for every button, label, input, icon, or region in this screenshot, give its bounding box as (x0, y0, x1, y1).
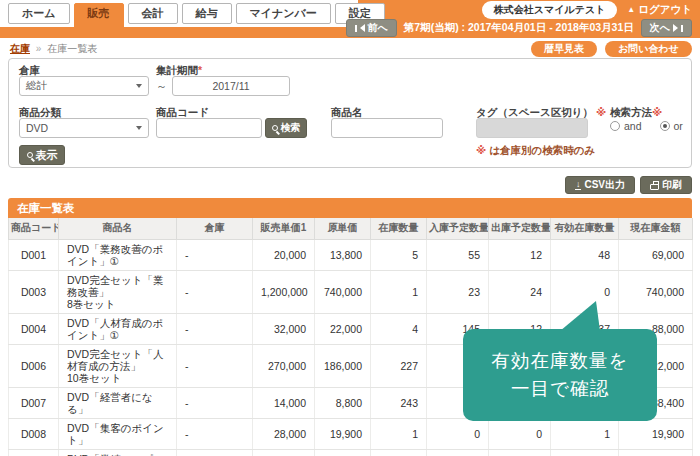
table-row: D001DVD「業務改善のポイント」①-20,00013,80055512486… (9, 239, 693, 270)
callout-line2: 一目で確認 (511, 378, 609, 400)
incoming-qty-cell: 23 (427, 270, 489, 313)
outgoing-qty-cell: 0 (489, 449, 551, 456)
product-name-cell: DVD「経営者になる」 (59, 387, 177, 418)
warehouse-cell: - (177, 239, 253, 270)
cost-price-cell: 22,000 (315, 313, 371, 344)
col-header-stock-qty: 在庫数量 (371, 218, 427, 239)
stock-value-cell: 0 (619, 449, 693, 456)
product-code-input[interactable] (156, 118, 262, 138)
unit-price-cell: 48,000 (253, 449, 315, 456)
warehouse-cell: - (177, 313, 253, 344)
radio-circle-icon (610, 121, 620, 131)
incoming-qty-cell: 0 (427, 449, 489, 456)
breadcrumb-current: 在庫一覧表 (47, 43, 97, 54)
product-code-cell: D009 (9, 449, 59, 456)
product-name-cell: DVD完全セット「人材育成の方法」10巻セット (59, 344, 177, 387)
product-name-cell: DVD「業務改善のポイント」① (59, 239, 177, 270)
table-row: D008DVD「集客のポイント」-28,00019,900100119,900 (9, 418, 693, 449)
product-code-cell: D007 (9, 387, 59, 418)
csv-export-button[interactable]: ↓CSV出力 (565, 176, 635, 194)
code-search-button[interactable]: 検索 (265, 118, 307, 138)
product-code-cell: D006 (9, 344, 59, 387)
tilde-separator: ～ (156, 79, 167, 94)
warehouse-cell: - (177, 270, 253, 313)
unit-price-cell: 32,000 (253, 313, 315, 344)
radio-circle-icon (660, 121, 670, 131)
tab-mynumber[interactable]: マイナンバー (236, 3, 331, 24)
filter-panel: 倉庫 総計 集計期間* ～ 商品分類 DVD 商品コード 検索 商品名 タグ（ス… (8, 58, 692, 168)
stock-qty-cell: 0 (371, 449, 427, 456)
cost-price-cell: 8,800 (315, 387, 371, 418)
breadcrumb-parent-link[interactable]: 在庫 (10, 43, 30, 54)
tab-payroll[interactable]: 給与 (182, 3, 232, 24)
col-header-incoming-qty: 入庫予定数量 (427, 218, 489, 239)
col-header-warehouse: 倉庫 (177, 218, 253, 239)
search-icon (272, 125, 278, 131)
product-name-cell: DVD「人材育成のポイント」① (59, 313, 177, 344)
effective-qty-cell: 48 (551, 239, 619, 270)
product-code-cell: D003 (9, 270, 59, 313)
tab-home[interactable]: ホーム (8, 3, 70, 24)
effective-stock-callout: 有効在庫数量を 一目で確認 (463, 329, 657, 421)
effective-qty-cell: 1 (551, 418, 619, 449)
stock-qty-cell: 243 (371, 387, 427, 418)
stock-qty-cell: 227 (371, 344, 427, 387)
product-name-cell: DVD「集客のポイント」 (59, 418, 177, 449)
search-method-label: 検索方法※ (610, 106, 662, 120)
cost-price-cell: 740,000 (315, 270, 371, 313)
main-nav-tabs: ホーム販売会計給与マイナンバー設定 (0, 0, 358, 27)
incoming-qty-cell: 55 (427, 239, 489, 270)
logout-triangle-icon: ▲ (627, 6, 635, 14)
category-select[interactable]: DVD (19, 118, 149, 138)
printer-icon (650, 184, 659, 190)
warehouse-cell: - (177, 449, 253, 456)
fiscal-period-label: 第7期(当期) : 2017年04月01日 - 2018年03月31日 (404, 21, 634, 35)
stock-value-cell: 740,000 (619, 270, 693, 313)
stock-qty-cell: 1 (371, 418, 427, 449)
breadcrumb: 在庫 » 在庫一覧表 (10, 42, 97, 56)
product-name-cell: DVD完全セット「業務改善」8巻セット (59, 270, 177, 313)
outgoing-qty-cell: 24 (489, 270, 551, 313)
col-header-product-code: 商品コード (9, 218, 59, 239)
required-asterisk: * (198, 64, 202, 76)
col-header-stock-value: 現在庫金額 (619, 218, 693, 239)
chevron-down-icon (136, 126, 142, 130)
tab-accounting[interactable]: 会計 (128, 3, 178, 24)
warehouse-cell: - (177, 387, 253, 418)
next-period-button[interactable]: 次へ (641, 19, 692, 37)
table-title: 在庫一覧表 (8, 198, 692, 218)
period-input[interactable] (172, 76, 290, 96)
logout-button[interactable]: ▲ログアウト (627, 3, 692, 17)
cheatsheet-button[interactable]: 暦早見表 (531, 41, 597, 57)
unit-price-cell: 270,000 (253, 344, 315, 387)
tab-sales[interactable]: 販売 (74, 3, 124, 28)
tag-input (476, 118, 588, 138)
cost-price-cell: 33,000 (315, 449, 371, 456)
stock-value-cell: 69,000 (619, 239, 693, 270)
print-button[interactable]: 印刷 (640, 176, 692, 194)
cost-price-cell: 186,000 (315, 344, 371, 387)
download-icon: ↓ (575, 181, 582, 190)
warehouse-select[interactable]: 総計 (19, 76, 149, 96)
callout-tail (556, 300, 602, 332)
warehouse-search-note: ※ は倉庫別の検索時のみ (476, 144, 595, 158)
show-button[interactable]: 表示 (19, 145, 65, 165)
company-badge: 株式会社スマイルテスト (482, 1, 618, 19)
col-header-outgoing-qty: 出庫予定数量 (489, 218, 551, 239)
cost-price-cell: 13,800 (315, 239, 371, 270)
incoming-qty-cell: 0 (427, 418, 489, 449)
unit-price-cell: 14,000 (253, 387, 315, 418)
table-row: D009DVD「業績アップのポイント」①-48,00033,00000000 (9, 449, 693, 456)
contact-button[interactable]: お問い合わせ (605, 41, 692, 57)
radio-and[interactable]: and (610, 120, 642, 132)
col-header-cost-price: 原単価 (315, 218, 371, 239)
prev-period-button[interactable]: 前へ (346, 19, 397, 37)
product-name-input[interactable] (331, 118, 443, 138)
table-header-row: 商品コード 商品名 倉庫 販売単価1 原単価 在庫数量 入庫予定数量 出庫予定数… (9, 218, 693, 239)
cost-price-cell: 19,900 (315, 418, 371, 449)
unit-price-cell: 28,000 (253, 418, 315, 449)
product-code-cell: D004 (9, 313, 59, 344)
radio-or[interactable]: or (660, 120, 683, 132)
col-header-product-name: 商品名 (59, 218, 177, 239)
top-bar: ホーム販売会計給与マイナンバー設定 株式会社スマイルテスト ▲ログアウト 前へ … (0, 0, 700, 38)
